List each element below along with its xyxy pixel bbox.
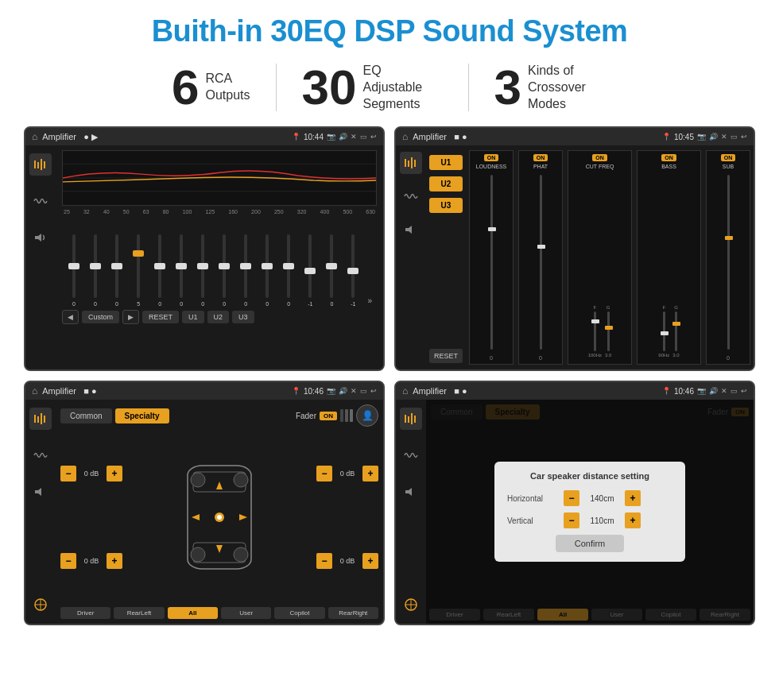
phat-on-btn[interactable]: ON [533,154,548,161]
vertical-minus-btn[interactable]: − [564,512,579,528]
custom-btn[interactable]: Custom [82,311,119,323]
u2-btn-screen2[interactable]: U2 [429,176,463,191]
eq-val-2: 0 [94,301,97,307]
home-icon-1: ⌂ [32,131,37,142]
specialty-tab[interactable]: Specialty [115,408,169,423]
wave-icon-2[interactable] [400,185,422,207]
bass-on-btn[interactable]: ON [661,154,676,161]
cutfreq-f-track[interactable] [594,311,596,351]
rearleft-btn[interactable]: RearLeft [114,607,164,619]
cutfreq-label: CUT FREQ [586,164,614,169]
freq-40: 40 [103,209,110,215]
eq-slider-13[interactable]: 0 [323,234,340,307]
eq-slider-9[interactable]: 0 [237,234,254,307]
home-icon-4: ⌂ [402,385,408,396]
db-minus-rl[interactable]: − [60,553,76,569]
status-title-2: Amplifier ■ ● [413,132,657,141]
eq-slider-3[interactable]: 0 [108,234,126,307]
vertical-plus-btn[interactable]: + [625,512,641,528]
eq-slider-8[interactable]: 0 [215,234,233,307]
reset-btn[interactable]: RESET [142,311,179,323]
cutfreq-f-thumb [591,319,599,323]
sub-slider[interactable] [727,175,730,350]
eq-track-5 [158,234,161,298]
svg-rect-1 [37,162,39,168]
eq-slider-14[interactable]: -1 [344,234,362,307]
u1-btn-screen2[interactable]: U1 [429,155,463,170]
volume-side-icon-2[interactable] [400,219,422,241]
bass-f-track[interactable] [663,311,665,351]
confirm-button[interactable]: Confirm [556,535,625,552]
driver-btn[interactable]: Driver [60,607,110,619]
cutfreq-on-btn[interactable]: ON [592,154,607,161]
eq-val-9: 0 [244,301,247,307]
db-minus-fr[interactable]: − [316,466,332,481]
reset-btn-screen2[interactable]: RESET [429,349,463,363]
horizontal-minus-btn[interactable]: − [564,490,579,506]
user-btn[interactable]: User [221,607,271,619]
eq-icon[interactable] [29,153,52,176]
eq-prev-btn[interactable]: ◀ [62,310,79,324]
cutfreq-g-slider: G 3.0 [605,305,611,358]
db-plus-fr[interactable]: + [362,466,378,481]
eq-slider-2[interactable]: 0 [87,234,104,307]
u2-btn[interactable]: U2 [207,311,230,323]
wave-icon[interactable] [29,190,52,212]
u1-btn[interactable]: U1 [182,311,204,323]
eq-bottom-bar: ◀ Custom ▶ RESET U1 U2 U3 [62,310,377,324]
freq-63: 63 [143,209,149,215]
eq-more-btn[interactable]: » [366,295,374,307]
db-plus-rl[interactable]: + [107,553,122,569]
db-plus-fl[interactable]: + [107,466,122,481]
status-icons-4: 📍 10:46 📷 🔊 ✕ ▭ ↩ [662,387,747,396]
volume-side-icon-4[interactable] [400,481,422,503]
eq-slider-6[interactable]: 0 [172,234,190,307]
eq-val-14: -1 [351,301,355,307]
rearright-btn[interactable]: RearRight [328,607,378,619]
volume-side-icon-3[interactable] [29,481,52,503]
u3-btn[interactable]: U3 [232,311,254,323]
horizontal-value: 140cm [584,494,620,503]
db-minus-fl[interactable]: − [60,466,76,481]
screen4-bg: Common Specialty Fader ON Car speaker di… [426,400,754,624]
location-icon-2: 📍 [662,133,671,141]
phat-slider[interactable] [540,175,542,350]
cutfreq-g-track[interactable] [607,311,610,351]
eq-slider-4[interactable]: 5 [130,234,147,307]
wave-icon-3[interactable] [29,444,52,466]
eq-slider-7[interactable]: 0 [194,234,211,307]
stat-item-eq: 30 EQ AdjustableSegments [277,63,468,112]
db-plus-rr[interactable]: + [362,553,378,569]
db-minus-rr[interactable]: − [316,553,332,569]
loudness-slider[interactable] [490,175,493,350]
wave-icon-4[interactable] [400,444,422,466]
all-btn[interactable]: All [168,607,218,619]
settings-round-btn[interactable]: 👤 [356,404,378,427]
svg-point-32 [191,547,205,562]
eq-slider-11[interactable]: 0 [280,234,297,307]
copilot-btn[interactable]: Copilot [274,607,324,619]
svg-point-25 [217,515,222,520]
bass-f-slider: F 90Hz [658,305,669,358]
eq-slider-12[interactable]: -1 [301,234,319,307]
eq-slider-5[interactable]: 0 [151,234,169,307]
eq-slider-10[interactable]: 0 [258,234,276,307]
dialog-title: Car speaker distance setting [507,471,672,481]
eq-next-btn[interactable]: ▶ [122,310,139,324]
freq-80: 80 [163,209,169,215]
eq-track-1 [72,234,76,298]
u3-btn-screen2[interactable]: U3 [429,198,463,213]
sub-on-btn[interactable]: ON [721,154,736,161]
eq-icon-3[interactable] [29,408,52,430]
eq-track-14 [351,234,355,298]
speaker-4way-icon-4[interactable] [400,594,422,616]
eq-icon-4[interactable] [400,408,422,430]
volume-side-icon[interactable] [29,226,52,249]
bass-g-track[interactable] [675,311,677,351]
horizontal-plus-btn[interactable]: + [625,490,641,506]
eq-slider-1[interactable]: 0 [65,234,83,307]
common-tab[interactable]: Common [60,408,112,423]
eq-icon-2[interactable] [400,152,422,174]
loudness-on-btn[interactable]: ON [484,154,499,161]
speaker-4way-icon[interactable] [29,594,52,616]
